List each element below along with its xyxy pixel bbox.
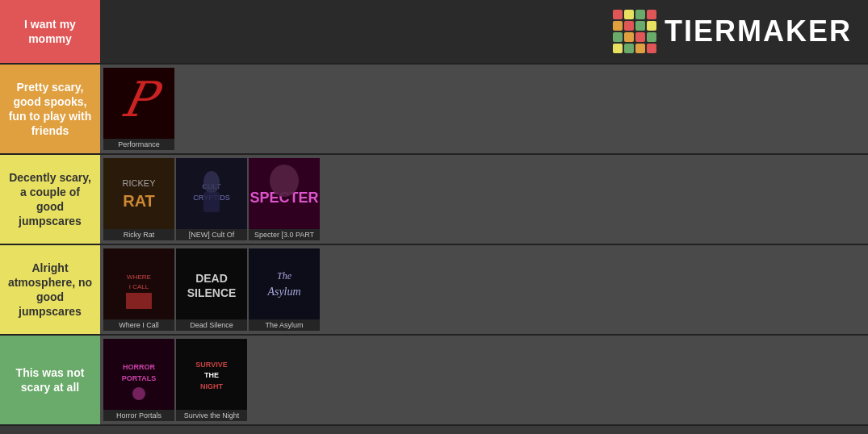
tier-row-alright: Alright atmosphere, no good jumpscares W… xyxy=(0,245,868,336)
list-item: SPECTER Specter [3.0 PART xyxy=(249,158,320,240)
svg-text:THE: THE xyxy=(204,371,219,379)
svg-point-26 xyxy=(132,387,145,400)
list-item: WHERE I CALL Where I Call xyxy=(103,248,174,331)
game-name: Ricky Rat xyxy=(103,229,174,240)
tier-row-friends: Pretty scary, good spooks, fun to play w… xyxy=(0,65,868,155)
logo-area: TiERMAKER xyxy=(100,0,868,63)
game-name: Dead Silence xyxy=(176,319,247,331)
list-item: HORROR PORTALS Horror Portals xyxy=(103,339,174,421)
tier-content-decently: RICKEY RAT Ricky Rat CULT CRYPTIDS [NEW]… xyxy=(100,155,868,244)
logo-grid-icon xyxy=(613,10,656,53)
list-item: RICKEY RAT Ricky Rat xyxy=(103,158,174,240)
svg-point-12 xyxy=(270,165,299,197)
tier-row-notscary: This was not scary at all HORROR PORTALS… xyxy=(0,336,868,426)
svg-text:SURVIVE: SURVIVE xyxy=(195,361,227,369)
svg-text:PORTALS: PORTALS xyxy=(122,374,156,382)
list-item: The Asylum The Asylum xyxy=(249,248,320,331)
game-name: Where I Call xyxy=(103,319,174,331)
tier-label-decently: Decently scary, a couple of good jumpsca… xyxy=(0,155,100,244)
svg-text:NIGHT: NIGHT xyxy=(200,382,224,390)
game-name: [NEW] Cult Of xyxy=(176,229,247,240)
tier-row-decently: Decently scary, a couple of good jumpsca… xyxy=(0,155,868,245)
svg-rect-16 xyxy=(126,293,152,309)
svg-text:DEAD: DEAD xyxy=(195,272,228,285)
tier-label-alright: Alright atmosphere, no good jumpscares xyxy=(0,245,100,334)
game-thumbnail: RICKEY RAT xyxy=(103,158,174,229)
game-thumbnail: HORROR PORTALS xyxy=(103,339,174,410)
tier-label-notscary: This was not scary at all xyxy=(0,336,100,424)
svg-text:RAT: RAT xyxy=(123,192,155,210)
game-thumbnail: DEAD SILENCE xyxy=(176,248,247,319)
tier-content-friends: 𝑃 Performance xyxy=(100,65,868,153)
svg-text:I CALL: I CALL xyxy=(129,283,149,290)
app-container: I want my mommy xyxy=(0,0,868,426)
svg-text:The: The xyxy=(277,270,292,282)
top-header: I want my mommy xyxy=(0,0,868,65)
svg-text:SILENCE: SILENCE xyxy=(187,286,237,299)
svg-text:HORROR: HORROR xyxy=(123,363,155,371)
top-tier-label: I want my mommy xyxy=(0,0,100,63)
game-thumbnail: The Asylum xyxy=(249,248,320,319)
game-thumbnail: 𝑃 xyxy=(103,68,174,139)
svg-point-8 xyxy=(203,171,220,194)
svg-rect-20 xyxy=(249,248,320,319)
tier-content-notscary: HORROR PORTALS Horror Portals SURVIVE TH… xyxy=(100,336,868,424)
tier-label-friends: Pretty scary, good spooks, fun to play w… xyxy=(0,65,100,153)
game-name: Specter [3.0 PART xyxy=(249,229,320,240)
game-name: The Asylum xyxy=(249,319,320,331)
tier-content-alright: WHERE I CALL Where I Call DEAD SILENCE D… xyxy=(100,245,868,334)
svg-text:WHERE: WHERE xyxy=(127,273,151,281)
game-thumbnail: CULT CRYPTIDS xyxy=(176,158,247,229)
list-item: CULT CRYPTIDS [NEW] Cult Of xyxy=(176,158,247,240)
list-item: 𝑃 Performance xyxy=(103,68,174,150)
game-name: Survive the Night xyxy=(176,410,247,421)
game-thumbnail: SPECTER xyxy=(249,158,320,229)
list-item: DEAD SILENCE Dead Silence xyxy=(176,248,247,331)
game-name: Horror Portals xyxy=(103,410,174,421)
game-name: Performance xyxy=(103,139,174,150)
svg-rect-9 xyxy=(203,192,220,212)
tiermaker-logo: TiERMAKER xyxy=(613,10,852,53)
tiermaker-logo-text: TiERMAKER xyxy=(665,15,852,48)
game-thumbnail: SURVIVE THE NIGHT xyxy=(176,339,247,410)
svg-text:RICKEY: RICKEY xyxy=(123,178,157,188)
svg-text:Asylum: Asylum xyxy=(266,286,300,298)
list-item: SURVIVE THE NIGHT Survive the Night xyxy=(176,339,247,421)
game-thumbnail: WHERE I CALL xyxy=(103,248,174,319)
